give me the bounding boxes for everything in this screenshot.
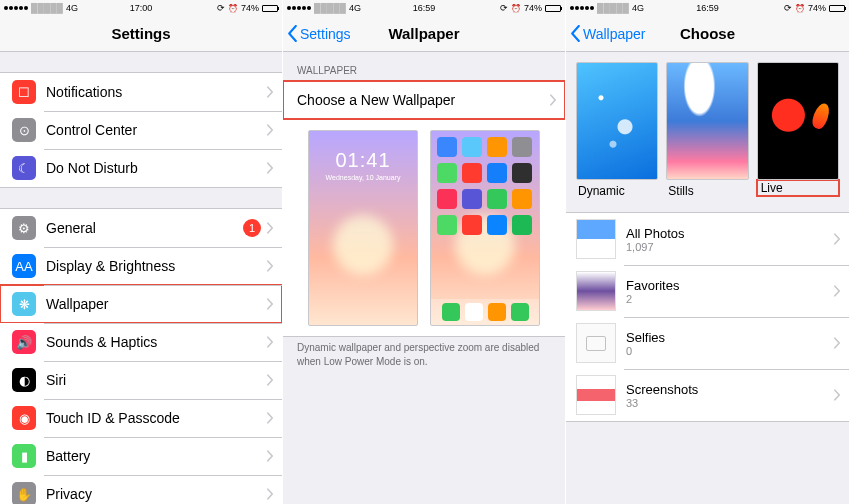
page-title: Settings <box>0 25 282 42</box>
category-thumb <box>666 62 748 180</box>
app-icon <box>462 215 482 235</box>
settings-row-label: Display & Brightness <box>46 258 267 274</box>
nav-bar: Settings <box>0 16 282 52</box>
app-icon <box>487 215 507 235</box>
settings-row-sounds-haptics[interactable]: 🔊Sounds & Haptics <box>0 323 282 361</box>
alarm-icon: ⏰ <box>228 4 238 13</box>
back-label: Wallpaper <box>583 26 646 42</box>
carrier-label: 4G <box>66 3 78 13</box>
chevron-left-icon <box>570 25 581 42</box>
back-button[interactable]: Settings <box>283 25 351 42</box>
album-thumb <box>576 323 616 363</box>
signal-icon <box>4 6 28 10</box>
battery-icon <box>829 5 845 12</box>
alarm-icon: ⏰ <box>511 4 521 13</box>
settings-row-label: Notifications <box>46 84 267 100</box>
settings-row-label: Control Center <box>46 122 267 138</box>
app-icon <box>462 163 482 183</box>
status-bar: █████ 4G 16:59 ⟳ ⏰ 74% <box>283 0 565 16</box>
settings-row-touch-id-passcode[interactable]: ◉Touch ID & Passcode <box>0 399 282 437</box>
status-bar: █████ 4G 17:00 ⟳ ⏰ 74% <box>0 0 282 16</box>
app-icon <box>512 215 532 235</box>
settings-row-label: Touch ID & Passcode <box>46 410 267 426</box>
choose-screen: █████ 4G 16:59 ⟳ ⏰ 74% Wallpaper Choose … <box>566 0 849 504</box>
battery-icon <box>545 5 561 12</box>
battery-pct: 74% <box>808 3 826 13</box>
nav-bar: Wallpaper Choose <box>566 16 849 52</box>
row-icon: ☐ <box>12 80 36 104</box>
chevron-left-icon <box>287 25 298 42</box>
settings-row-privacy[interactable]: ✋Privacy <box>0 475 282 504</box>
choose-new-wallpaper-row[interactable]: Choose a New Wallpaper <box>283 81 565 119</box>
app-icon <box>462 137 482 157</box>
chevron-right-icon <box>267 222 274 234</box>
settings-screen: █████ 4G 17:00 ⟳ ⏰ 74% Settings ☐Notific… <box>0 0 283 504</box>
lock-time: 01:41 <box>309 149 417 172</box>
battery-pct: 74% <box>524 3 542 13</box>
carrier-label: 4G <box>349 3 361 13</box>
album-row-screenshots[interactable]: Screenshots33 <box>566 369 849 421</box>
chevron-right-icon <box>267 162 274 174</box>
settings-row-battery[interactable]: ▮Battery <box>0 437 282 475</box>
signal-icon <box>287 6 311 10</box>
album-row-all-photos[interactable]: All Photos1,097 <box>566 213 849 265</box>
album-row-favorites[interactable]: Favorites2 <box>566 265 849 317</box>
chevron-right-icon <box>834 285 841 297</box>
lock-screen-preview[interactable]: 01:41 Wednesday, 10 January <box>308 130 418 326</box>
settings-row-control-center[interactable]: ⊙Control Center <box>0 111 282 149</box>
chevron-right-icon <box>267 450 274 462</box>
settings-row-wallpaper[interactable]: ❋Wallpaper <box>0 285 282 323</box>
row-icon: ✋ <box>12 482 36 504</box>
app-icon <box>512 137 532 157</box>
category-label: Live <box>757 180 839 196</box>
settings-row-do-not-disturb[interactable]: ☾Do Not Disturb <box>0 149 282 187</box>
dock-app-icon <box>442 303 460 321</box>
home-screen-preview[interactable] <box>430 130 540 326</box>
settings-row-label: General <box>46 220 243 236</box>
chevron-right-icon <box>267 488 274 500</box>
back-button[interactable]: Wallpaper <box>566 25 646 42</box>
rotation-icon: ⟳ <box>784 3 792 13</box>
app-icon <box>512 189 532 209</box>
rotation-icon: ⟳ <box>217 3 225 13</box>
settings-row-display-brightness[interactable]: AADisplay & Brightness <box>0 247 282 285</box>
row-icon: ◐ <box>12 368 36 392</box>
album-count: 33 <box>626 397 698 409</box>
settings-row-label: Battery <box>46 448 267 464</box>
wallpaper-category-live[interactable]: Live <box>757 62 839 202</box>
album-count: 0 <box>626 345 665 357</box>
app-icon <box>487 137 507 157</box>
status-bar: █████ 4G 16:59 ⟳ ⏰ 74% <box>566 0 849 16</box>
app-icon <box>512 163 532 183</box>
choose-new-wallpaper-label: Choose a New Wallpaper <box>297 92 550 108</box>
chevron-right-icon <box>267 412 274 424</box>
app-icon <box>487 163 507 183</box>
battery-pct: 74% <box>241 3 259 13</box>
album-name: Screenshots <box>626 382 698 397</box>
app-icon <box>487 189 507 209</box>
notification-badge: 1 <box>243 219 261 237</box>
wallpaper-category-dynamic[interactable]: Dynamic <box>576 62 658 202</box>
dock-app-icon <box>488 303 506 321</box>
nav-bar: Settings Wallpaper <box>283 16 565 52</box>
row-icon: ▮ <box>12 444 36 468</box>
settings-row-label: Privacy <box>46 486 267 502</box>
album-row-selfies[interactable]: Selfies0 <box>566 317 849 369</box>
settings-row-notifications[interactable]: ☐Notifications <box>0 73 282 111</box>
chevron-right-icon <box>267 124 274 136</box>
row-icon: ◉ <box>12 406 36 430</box>
footnote: Dynamic wallpaper and perspective zoom a… <box>283 337 565 372</box>
wallpaper-category-stills[interactable]: Stills <box>666 62 748 202</box>
settings-row-label: Siri <box>46 372 267 388</box>
alarm-icon: ⏰ <box>795 4 805 13</box>
category-label: Stills <box>666 180 748 202</box>
category-thumb <box>576 62 658 180</box>
album-thumb <box>576 375 616 415</box>
row-icon: AA <box>12 254 36 278</box>
settings-row-siri[interactable]: ◐Siri <box>0 361 282 399</box>
dock-app-icon <box>465 303 483 321</box>
row-icon: ☾ <box>12 156 36 180</box>
row-icon: 🔊 <box>12 330 36 354</box>
settings-row-general[interactable]: ⚙General1 <box>0 209 282 247</box>
app-icon <box>437 163 457 183</box>
